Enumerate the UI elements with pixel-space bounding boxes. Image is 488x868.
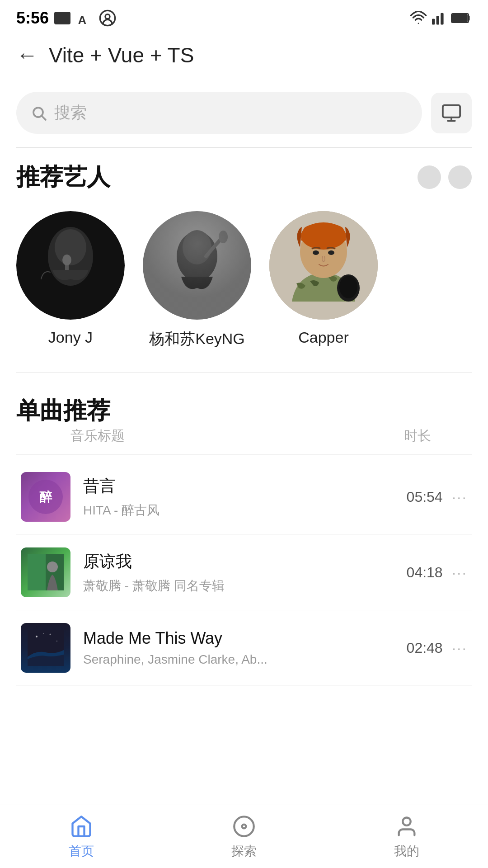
singles-section: 单曲推荐 音乐标题 时长 醉 昔言 HITA - 醉古风 05:54 ··· xyxy=(0,386,488,695)
singles-section-title: 单曲推荐 xyxy=(16,397,110,424)
nav-item-home[interactable]: 首页 xyxy=(0,814,163,860)
song-duration-yuanliang: 04:18 xyxy=(398,564,443,581)
svg-point-28 xyxy=(328,250,334,255)
song-info-made: Made Me This Way Seraphine, Jasmine Clar… xyxy=(83,629,385,667)
artist-avatar-jonyj xyxy=(16,211,125,320)
artist-item-capper[interactable]: Capper xyxy=(269,211,378,346)
svg-point-40 xyxy=(43,633,44,634)
dot-1 xyxy=(418,165,441,189)
svg-point-42 xyxy=(242,824,246,828)
bottom-nav: 首页 探索 我的 xyxy=(0,805,488,868)
artist-name-yanghe: 杨和苏KeyNG xyxy=(149,329,245,349)
nav-label-home: 首页 xyxy=(69,843,94,860)
song-more-made[interactable]: ··· xyxy=(452,639,467,657)
artist-avatar-yanghe xyxy=(143,211,251,320)
status-right xyxy=(409,11,472,25)
song-artist-yuanliang: 萧敬腾 - 萧敬腾 同名专辑 xyxy=(83,577,385,594)
svg-text:A: A xyxy=(78,14,86,26)
svg-point-27 xyxy=(313,250,319,255)
svg-point-20 xyxy=(143,211,251,320)
face-icon xyxy=(99,9,117,27)
svg-point-2 xyxy=(105,14,110,19)
artist-name-capper: Capper xyxy=(298,329,349,346)
top-bar: ← Vite + Vue + TS xyxy=(0,33,488,78)
svg-point-30 xyxy=(339,276,357,298)
home-icon xyxy=(69,814,94,839)
status-bar: 5:56 A xyxy=(0,0,488,33)
song-more-yuanliang[interactable]: ··· xyxy=(452,564,467,581)
song-cover-yuanliang xyxy=(21,547,70,597)
svg-text:醉: 醉 xyxy=(39,490,52,504)
svg-point-39 xyxy=(56,641,57,642)
artists-section-title: 推荐艺人 xyxy=(16,161,110,193)
song-item-yuanliang[interactable]: 原谅我 萧敬腾 - 萧敬腾 同名专辑 04:18 ··· xyxy=(16,535,472,610)
svg-point-15 xyxy=(62,255,71,265)
song-duration-area-made: 02:48 ··· xyxy=(398,639,467,657)
artists-section-header: 推荐艺人 xyxy=(16,161,472,193)
svg-rect-7 xyxy=(452,14,468,22)
svg-point-43 xyxy=(403,817,410,825)
svg-rect-34 xyxy=(28,554,46,590)
artist-item-jonyj[interactable]: Jony J xyxy=(16,211,125,346)
artists-divider xyxy=(16,372,472,373)
nav-dots xyxy=(418,165,472,189)
song-cover-xiyan: 醉 xyxy=(21,472,70,522)
svg-point-41 xyxy=(234,816,253,836)
recommended-artists-section: 推荐艺人 xyxy=(0,148,488,359)
song-artist-made: Seraphine, Jasmine Clarke, Ab... xyxy=(83,652,385,667)
svg-rect-3 xyxy=(432,19,435,25)
explore-icon xyxy=(231,814,257,839)
svg-point-37 xyxy=(36,636,38,637)
song-duration-made: 02:48 xyxy=(398,640,443,656)
song-artist-xiyan: HITA - 醉古风 xyxy=(83,502,385,519)
col-title: 音乐标题 xyxy=(70,427,125,445)
nav-item-explore[interactable]: 探索 xyxy=(163,814,325,860)
profile-icon xyxy=(394,814,419,839)
bottom-padding xyxy=(0,695,488,767)
battery-icon xyxy=(451,12,472,24)
search-icon xyxy=(31,105,47,121)
nav-label-explore: 探索 xyxy=(231,843,257,860)
status-left: 5:56 A xyxy=(16,9,117,28)
search-placeholder: 搜索 xyxy=(54,102,87,124)
cover-art-made xyxy=(21,623,70,673)
a-icon: A xyxy=(76,9,93,27)
song-duration-area-xiyan: 05:54 ··· xyxy=(398,488,467,506)
cast-button[interactable] xyxy=(431,93,472,133)
artists-row: Jony J xyxy=(16,211,472,349)
back-button[interactable]: ← xyxy=(16,44,38,66)
song-name-made: Made Me This Way xyxy=(83,629,385,648)
search-bar[interactable]: 搜索 xyxy=(16,92,422,134)
dot-2 xyxy=(448,165,472,189)
search-section: 搜索 xyxy=(0,78,488,147)
song-info-xiyan: 昔言 HITA - 醉古风 xyxy=(83,475,385,519)
cover-art-xiyan: 醉 xyxy=(21,472,70,522)
artist-name-jonyj: Jony J xyxy=(48,329,93,346)
song-cover-made xyxy=(21,623,70,673)
svg-rect-4 xyxy=(436,16,439,24)
svg-line-9 xyxy=(42,116,46,119)
cast-icon xyxy=(441,103,462,123)
nav-item-profile[interactable]: 我的 xyxy=(325,814,488,860)
song-more-xiyan[interactable]: ··· xyxy=(452,488,467,506)
cover-art-yuanliang xyxy=(21,547,70,597)
song-info-yuanliang: 原谅我 萧敬腾 - 萧敬腾 同名专辑 xyxy=(83,551,385,594)
song-item-xiyan[interactable]: 醉 昔言 HITA - 醉古风 05:54 ··· xyxy=(16,459,472,535)
svg-point-35 xyxy=(47,561,58,572)
notification-icon xyxy=(54,12,70,24)
nav-label-profile: 我的 xyxy=(394,843,419,860)
song-item-made[interactable]: Made Me This Way Seraphine, Jasmine Clar… xyxy=(16,610,472,686)
table-header: 音乐标题 时长 xyxy=(16,427,472,455)
svg-rect-10 xyxy=(443,105,460,117)
song-duration-xiyan: 05:54 xyxy=(398,489,443,505)
col-duration: 时长 xyxy=(404,427,431,445)
svg-point-38 xyxy=(50,634,51,635)
svg-rect-5 xyxy=(441,13,443,25)
artist-item-yanghe[interactable]: 杨和苏KeyNG xyxy=(143,211,251,349)
signal-icon xyxy=(432,11,446,25)
song-duration-area-yuanliang: 04:18 ··· xyxy=(398,564,467,581)
artist-avatar-capper xyxy=(269,211,378,320)
page-title: Vite + Vue + TS xyxy=(49,43,194,67)
wifi-icon xyxy=(409,11,427,25)
status-time: 5:56 xyxy=(16,9,49,28)
